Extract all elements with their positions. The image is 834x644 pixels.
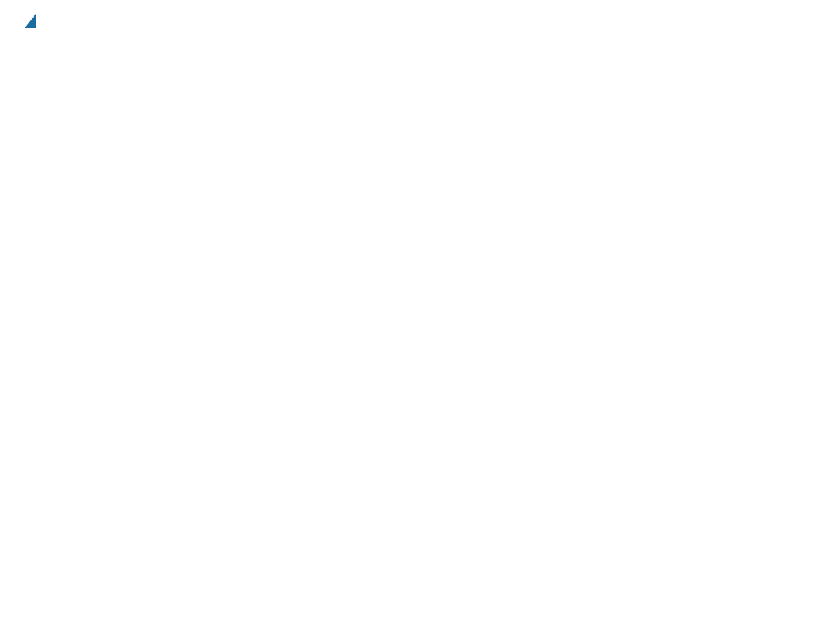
logo (21, 14, 36, 29)
page-header (21, 14, 813, 29)
logo-triangle-icon (25, 14, 36, 28)
